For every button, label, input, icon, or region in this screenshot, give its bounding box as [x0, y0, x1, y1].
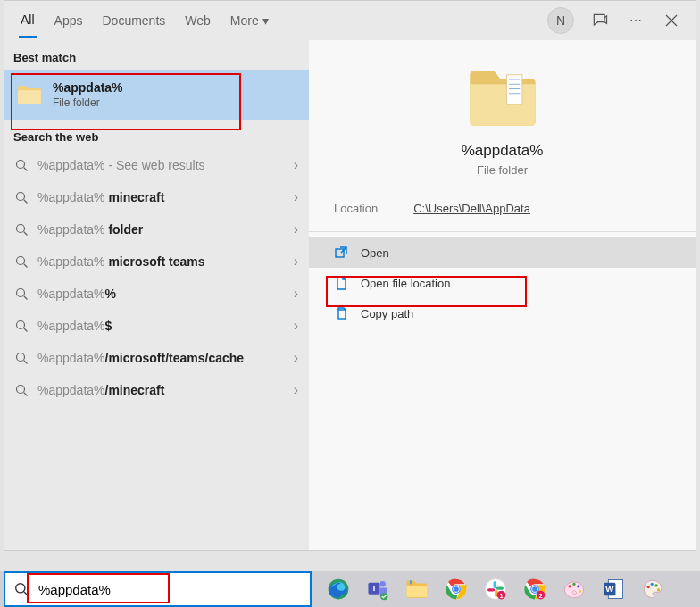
chevron-right-icon[interactable]: ›	[294, 189, 298, 205]
action-open-location[interactable]: Open file location	[309, 268, 696, 298]
search-icon	[15, 384, 29, 397]
svg-point-10	[17, 288, 25, 296]
svg-text:T: T	[371, 583, 377, 593]
svg-rect-42	[488, 588, 495, 591]
start-search-panel: All Apps Documents Web More ▾ N ⋯ Best m…	[4, 0, 696, 551]
search-icon	[15, 287, 29, 301]
preview-subtitle: File folder	[477, 163, 528, 177]
section-best-match: Best match	[4, 40, 309, 70]
search-icon	[14, 582, 29, 597]
chevron-right-icon[interactable]: ›	[294, 318, 298, 334]
web-result[interactable]: %appdata% folder›	[4, 213, 309, 245]
svg-line-13	[24, 328, 28, 331]
tab-documents[interactable]: Documents	[100, 4, 167, 37]
chevron-right-icon[interactable]: ›	[294, 221, 298, 237]
svg-rect-23	[336, 249, 344, 257]
search-icon	[15, 191, 29, 204]
svg-point-4	[17, 192, 25, 200]
file-location-icon	[334, 276, 348, 290]
svg-text:W: W	[605, 584, 614, 594]
svg-point-59	[647, 586, 650, 588]
chevron-right-icon[interactable]: ›	[294, 350, 298, 366]
chevron-down-icon: ▾	[262, 13, 269, 28]
taskbar-app-edge[interactable]	[321, 571, 356, 607]
taskbar-app-teams[interactable]: T	[360, 571, 396, 607]
folder-large-icon	[462, 67, 543, 129]
svg-text:2: 2	[538, 592, 542, 600]
taskbar-app-palette[interactable]	[635, 571, 671, 607]
svg-rect-24	[338, 310, 346, 319]
svg-rect-32	[407, 586, 428, 597]
best-match-result[interactable]: %appdata% File folder	[4, 70, 309, 120]
svg-line-5	[24, 199, 28, 203]
web-result[interactable]: %appdata% - See web results›	[4, 149, 309, 181]
web-result[interactable]: %appdata%%›	[4, 278, 309, 310]
web-result[interactable]: %appdata% minecraft›	[4, 181, 309, 213]
chevron-right-icon[interactable]: ›	[294, 254, 298, 270]
web-result-text: %appdata%$	[38, 319, 285, 333]
feedback-icon[interactable]	[590, 11, 610, 30]
svg-line-7	[24, 231, 28, 235]
taskbar-app-chrome[interactable]	[438, 571, 474, 607]
action-open-label: Open	[361, 246, 389, 260]
web-result[interactable]: %appdata%/minecraft›	[4, 374, 309, 406]
location-link[interactable]: C:\Users\Dell\AppData	[413, 202, 530, 215]
best-match-title: %appdata%	[53, 80, 123, 95]
taskbar-app-slack[interactable]: 1	[478, 571, 513, 607]
svg-point-61	[654, 584, 657, 586]
action-copy-path-label: Copy path	[361, 307, 413, 320]
svg-rect-40	[496, 587, 504, 590]
location-row: Location C:\Users\Dell\AppData	[309, 177, 696, 232]
svg-line-15	[24, 360, 28, 363]
search-icon	[15, 352, 29, 365]
chevron-right-icon[interactable]: ›	[294, 286, 298, 302]
svg-point-37	[454, 586, 459, 592]
web-result[interactable]: %appdata% microsoft teams›	[4, 245, 309, 278]
user-avatar[interactable]: N	[547, 7, 574, 34]
copy-icon	[334, 306, 348, 320]
search-icon	[15, 255, 29, 269]
web-result-text: %appdata% minecraft	[38, 190, 285, 204]
svg-point-54	[577, 585, 579, 587]
section-search-web: Search the web	[4, 120, 309, 149]
taskbar-app-chrome-2[interactable]: 2	[517, 571, 553, 607]
taskbar-app-word[interactable]: W	[596, 571, 631, 607]
svg-point-6	[17, 224, 25, 232]
folder-icon	[17, 84, 42, 105]
close-icon[interactable]	[662, 11, 681, 30]
svg-point-55	[579, 590, 581, 593]
action-copy-path[interactable]: Copy path	[309, 298, 696, 328]
more-options-icon[interactable]: ⋯	[626, 11, 646, 30]
web-result-text: %appdata%%	[38, 287, 285, 301]
svg-point-16	[17, 385, 25, 393]
svg-point-25	[16, 583, 25, 592]
taskbar-search[interactable]	[4, 571, 312, 607]
tab-all[interactable]: All	[19, 4, 37, 38]
svg-point-14	[17, 353, 25, 361]
web-result[interactable]: %appdata%/microsoft/teams/cache›	[4, 342, 309, 374]
svg-rect-39	[494, 581, 496, 588]
web-result-text: %appdata%/minecraft	[38, 383, 285, 397]
svg-rect-33	[410, 580, 412, 584]
svg-point-53	[572, 583, 575, 586]
action-open-location-label: Open file location	[361, 277, 450, 290]
search-input[interactable]	[38, 582, 301, 597]
tab-more[interactable]: More ▾	[229, 4, 271, 37]
tab-apps[interactable]: Apps	[53, 4, 85, 37]
taskbar-app-explorer[interactable]	[399, 571, 435, 607]
web-result[interactable]: %appdata%$›	[4, 310, 309, 342]
chevron-right-icon[interactable]: ›	[294, 157, 298, 173]
best-match-subtitle: File folder	[53, 96, 123, 109]
action-open[interactable]: Open	[309, 237, 696, 268]
svg-point-2	[17, 160, 25, 168]
taskbar-app-paint[interactable]	[556, 571, 592, 607]
results-list: Best match %appdata% File folder Search …	[4, 40, 309, 550]
svg-point-60	[651, 583, 654, 586]
svg-line-11	[24, 295, 28, 299]
svg-line-17	[24, 392, 28, 395]
svg-point-48	[532, 586, 538, 592]
chevron-right-icon[interactable]: ›	[294, 382, 298, 398]
svg-line-3	[24, 167, 28, 170]
tab-web[interactable]: Web	[183, 4, 212, 37]
search-icon	[15, 223, 29, 237]
